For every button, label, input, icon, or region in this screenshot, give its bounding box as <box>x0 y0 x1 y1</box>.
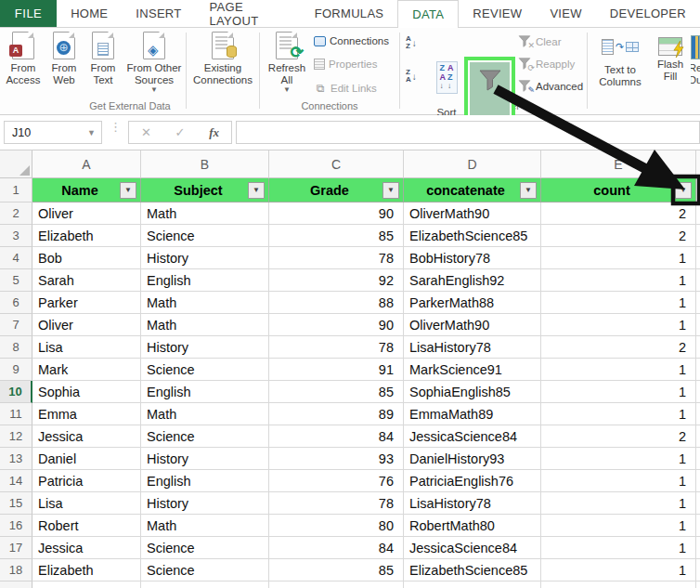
row-number[interactable]: 13 <box>0 448 32 470</box>
cell-empty[interactable] <box>141 581 269 588</box>
from-web-button[interactable]: ⊕From Web <box>45 32 84 86</box>
cell-count[interactable]: 1 <box>541 559 696 581</box>
row-number[interactable]: 8 <box>0 336 32 359</box>
cell-name[interactable]: Lisa <box>32 492 141 515</box>
cell-grade[interactable]: 84 <box>269 537 404 559</box>
cell-count[interactable]: 2 <box>541 225 696 247</box>
remove-duplicates-button-partial[interactable]: Re Du <box>691 32 700 86</box>
cell-subject[interactable]: Math <box>141 314 269 336</box>
row-number[interactable]: 4 <box>0 247 32 269</box>
tab-data[interactable]: DATA <box>397 0 459 27</box>
cell-name[interactable]: Bob <box>32 247 141 269</box>
cell-concatenate[interactable]: JessicaScience84 <box>404 425 541 448</box>
row-number[interactable]: 16 <box>0 515 32 537</box>
cell-count[interactable]: 2 <box>541 203 696 225</box>
cell-subject[interactable]: Science <box>141 559 269 581</box>
cell-grade[interactable]: 84 <box>269 425 404 448</box>
from-text-button[interactable]: From Text <box>85 32 121 86</box>
cell-subject[interactable]: Math <box>141 203 269 225</box>
cell-subject[interactable]: English <box>141 470 269 492</box>
cell-grade[interactable]: 78 <box>269 492 404 515</box>
filter-dropdown-icon[interactable]: ▼ <box>120 182 136 199</box>
name-box-caret-icon[interactable]: ▼ <box>87 128 96 137</box>
column-header-c[interactable]: C <box>269 150 404 178</box>
cell-name[interactable]: Robert <box>32 515 141 537</box>
cell-subject[interactable]: English <box>141 269 269 292</box>
cell-count[interactable]: 1 <box>541 537 696 559</box>
cell-concatenate[interactable]: SophiaEnglish85 <box>404 381 541 403</box>
cell-concatenate[interactable]: ElizabethScience85 <box>404 225 541 247</box>
cell-grade[interactable]: 85 <box>269 381 404 403</box>
tab-insert[interactable]: INSERT <box>122 0 195 27</box>
tab-view[interactable]: VIEW <box>536 0 595 27</box>
cell-count[interactable]: 1 <box>541 448 696 470</box>
header-cell-count[interactable]: count▼ <box>541 178 696 203</box>
cell-name[interactable]: Lisa <box>32 336 141 359</box>
cell-subject[interactable]: Science <box>141 359 269 381</box>
cell-concatenate[interactable]: JessicaScience84 <box>404 537 541 559</box>
cell-count[interactable]: 1 <box>541 314 696 336</box>
cell-concatenate[interactable]: ParkerMath88 <box>404 292 541 314</box>
cell-concatenate[interactable]: SarahEnglish92 <box>404 269 541 292</box>
cell-grade[interactable]: 76 <box>269 470 404 492</box>
row-number[interactable]: 6 <box>0 292 32 314</box>
confirm-entry-icon[interactable]: ✓ <box>175 125 186 139</box>
tab-review[interactable]: REVIEW <box>459 0 536 27</box>
cell-count[interactable]: 1 <box>541 470 696 492</box>
cell-name[interactable]: Patricia <box>32 470 141 492</box>
row-number[interactable]: 12 <box>0 425 32 448</box>
cell-empty[interactable] <box>32 581 141 588</box>
tab-developer[interactable]: DEVELOPER <box>596 0 700 27</box>
cell-count[interactable]: 1 <box>541 292 696 314</box>
cell-subject[interactable]: English <box>141 381 269 403</box>
header-cell-name[interactable]: Name▼ <box>32 178 141 203</box>
tab-formulas[interactable]: FORMULAS <box>301 0 398 27</box>
cell-concatenate[interactable]: PatriciaEnglish76 <box>404 470 541 492</box>
filter-dropdown-icon[interactable]: ▼ <box>675 182 692 199</box>
cell-concatenate[interactable]: OliverMath90 <box>404 203 541 225</box>
cell-subject[interactable]: Science <box>141 537 269 559</box>
row-number[interactable]: 11 <box>0 403 32 425</box>
select-all-corner[interactable] <box>0 150 32 178</box>
column-header-a[interactable]: A <box>32 150 141 178</box>
cell-concatenate[interactable]: ElizabethScience85 <box>404 559 541 581</box>
row-number[interactable]: 1 <box>0 178 32 203</box>
cell-concatenate[interactable]: RobertMath80 <box>404 515 541 537</box>
row-number[interactable]: 17 <box>0 537 32 559</box>
flash-fill-button[interactable]: Flash Fill <box>652 32 689 83</box>
tab-home[interactable]: HOME <box>57 0 122 27</box>
formula-input[interactable] <box>236 121 700 144</box>
row-number[interactable]: 5 <box>0 269 32 292</box>
cell-grade[interactable]: 90 <box>269 314 404 336</box>
row-number[interactable]: 2 <box>0 203 32 225</box>
header-cell-subject[interactable]: Subject▼ <box>141 178 269 203</box>
cell-concatenate[interactable]: EmmaMath89 <box>404 403 541 425</box>
cell-grade[interactable]: 90 <box>269 203 404 225</box>
from-access-button[interactable]: AFrom Access <box>4 32 43 86</box>
sort-ascending-button[interactable]: AZ↓ <box>406 35 417 50</box>
row-number[interactable]: 7 <box>0 314 32 336</box>
advanced-button[interactable]: ✎Advanced <box>518 80 583 93</box>
text-to-columns-button[interactable]: ↷ Text to Columns <box>592 32 648 88</box>
cell-grade[interactable]: 91 <box>269 359 404 381</box>
cell-subject[interactable]: Math <box>141 403 269 425</box>
cell-subject[interactable]: Science <box>141 225 269 247</box>
cell-count[interactable]: 2 <box>541 425 696 448</box>
cell-name[interactable]: Jessica <box>32 425 141 448</box>
cell-empty[interactable] <box>404 581 541 588</box>
cell-count[interactable]: 1 <box>541 492 696 515</box>
row-number[interactable]: 9 <box>0 359 32 381</box>
cancel-entry-icon[interactable]: ✕ <box>141 125 151 139</box>
cell-empty[interactable] <box>269 581 404 588</box>
cell-concatenate[interactable]: OliverMath90 <box>404 314 541 336</box>
cell-concatenate[interactable]: DanielHistory93 <box>404 448 541 470</box>
cell-name[interactable]: Mark <box>32 359 141 381</box>
tab-page-layout[interactable]: PAGE LAYOUT <box>196 0 301 27</box>
cell-name[interactable]: Daniel <box>32 448 141 470</box>
cell-name[interactable]: Sarah <box>32 269 141 292</box>
header-cell-grade[interactable]: Grade▼ <box>269 178 404 203</box>
row-number[interactable]: 18 <box>0 559 32 581</box>
cell-count[interactable]: 1 <box>541 403 696 425</box>
name-box[interactable]: J10 ▼ <box>4 121 102 144</box>
cell-count[interactable]: 1 <box>541 359 696 381</box>
